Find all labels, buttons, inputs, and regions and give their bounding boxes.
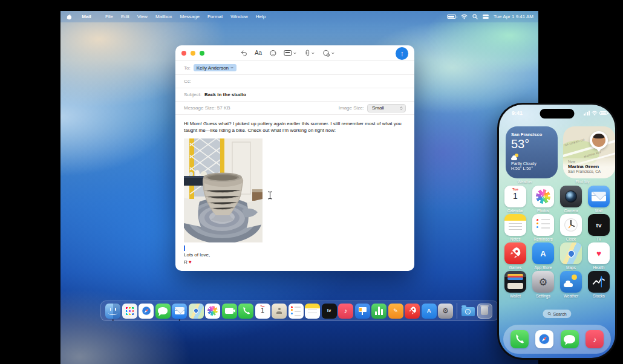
home-search-pill[interactable]: Search [543,310,571,318]
minimize-button[interactable] [191,51,195,56]
search-icon[interactable] [472,14,478,19]
signature-initial: R [184,259,188,265]
dock-contacts-icon[interactable] [272,304,287,319]
app-camera[interactable]: Camera [560,186,582,213]
dock-photos-icon[interactable] [205,304,220,319]
format-button[interactable]: Aa [255,50,262,56]
dock-settings-icon[interactable]: ⚙ [438,304,453,319]
app-wallet[interactable]: Wallet [504,271,526,298]
menu-item-view[interactable]: View [137,14,148,19]
dock-keynote-icon[interactable] [355,304,370,319]
control-center-icon[interactable] [483,15,489,19]
emoji-button[interactable] [270,50,276,56]
app-label: Photos [537,209,549,213]
menu-item-mailbox[interactable]: Mailbox [155,14,172,19]
menu-item-help[interactable]: Help [256,14,266,19]
dock-messages-icon[interactable] [155,304,171,319]
app-tv[interactable]: tvTV [588,214,610,241]
apple-menu-icon[interactable] [67,14,72,20]
menu-item-edit[interactable]: Edit [121,14,129,19]
app-stocks[interactable]: Stocks [588,271,610,298]
settings-app-icon[interactable]: ⚙ [532,271,554,293]
window-titlebar[interactable]: Aa [175,45,414,61]
app-reminders[interactable]: Reminders [532,214,554,241]
subject-field[interactable]: Subject: Back in the studio [175,88,414,102]
health-app-icon[interactable]: ♥ [588,242,610,264]
wifi-icon[interactable] [461,14,468,19]
dock-safari-icon[interactable] [139,304,154,319]
calendar-app-icon[interactable]: Tue1 [504,186,526,207]
recipient-pill[interactable]: Kelly Anderson [194,64,236,71]
app-calendar[interactable]: Tue1Calendar [504,186,526,213]
app-weatherapp[interactable]: Weather [560,271,582,298]
weatherapp-app-icon[interactable] [560,271,582,293]
clock-app-icon[interactable] [560,214,582,236]
dock-appstore-icon[interactable]: A [422,304,437,319]
photos-app-icon[interactable] [532,186,554,207]
menu-item-message[interactable]: Message [180,14,199,19]
appstore-app-icon[interactable]: A [532,242,554,264]
mail-app-icon[interactable] [588,186,610,207]
dock-music-icon[interactable]: ♪ [338,304,353,319]
dock-numbers-icon[interactable] [371,304,387,319]
app-notes[interactable]: Notes [504,214,526,241]
notes-app-icon[interactable] [504,214,526,236]
battery-icon[interactable] [447,15,456,19]
dock-calendar-icon[interactable]: Tue1 [255,304,270,319]
iphone-dock-safari-icon[interactable] [535,330,553,348]
iphone-dock-messages-icon[interactable] [561,330,579,348]
stocks-app-icon[interactable] [588,271,610,293]
maps-app-icon[interactable] [560,242,582,264]
app-settings[interactable]: ⚙Settings [532,271,554,298]
dock-facetime-icon[interactable] [222,304,237,319]
attach-button[interactable] [304,50,315,57]
dock-notes-icon[interactable] [305,304,320,319]
cellular-signal-icon [584,111,590,115]
menu-item-format[interactable]: Format [207,14,223,19]
menu-item-window[interactable]: Window [230,14,247,19]
reminders-app-icon[interactable] [532,214,554,236]
message-body[interactable]: Hi Mom! Guess what? I picked up pottery … [175,115,414,265]
app-label: TV [596,237,601,241]
tv-app-icon[interactable]: tv [588,214,610,236]
find-my-subtitle: San Francisco, CA [568,169,610,174]
header-style-button[interactable] [284,50,296,56]
dock-downloads-icon[interactable]: ↓ [460,304,475,319]
app-appstore[interactable]: AApp Store [532,242,554,270]
app-clock[interactable]: Clock [560,214,582,241]
app-label: Reminders [533,237,552,241]
dock-reminders-icon[interactable] [289,304,304,319]
camera-app-icon[interactable] [560,186,582,207]
app-games[interactable]: Games [504,242,526,270]
dock-phone-icon[interactable] [238,304,253,319]
games-app-icon[interactable] [504,242,526,264]
undo-button[interactable] [240,50,247,56]
send-button[interactable]: ↑ [396,47,408,60]
attached-pottery-photo[interactable] [184,138,263,242]
insert-photo-button[interactable] [322,50,334,57]
app-mail[interactable]: Mail [588,186,610,213]
app-health[interactable]: ♥Health [588,242,610,270]
cc-field[interactable]: Cc: [175,75,414,88]
menu-item-mail[interactable]: Mail [76,14,97,19]
find-my-widget[interactable]: NA GREEN DR MARINA BLV Now Marina Green … [563,126,615,178]
image-size-select[interactable]: Small [367,104,406,112]
dock-maps-icon[interactable] [189,304,204,319]
wallet-app-icon[interactable] [504,271,526,293]
menu-item-file[interactable]: File [105,14,113,19]
app-maps[interactable]: Maps [560,242,582,270]
dock-games-icon[interactable] [405,304,420,319]
dock-finder-icon[interactable] [105,304,120,319]
close-button[interactable] [181,51,186,56]
iphone-dock-music-icon[interactable]: ♪ [585,330,604,348]
dock-pages-icon[interactable]: ✎ [388,304,403,319]
weather-widget[interactable]: San Francisco 53° Partly Cloudy H:56° L:… [506,126,558,178]
iphone-dock-phone-icon[interactable] [510,330,529,348]
dock-mail-icon[interactable] [172,304,187,319]
dock-launchpad-icon[interactable] [122,304,137,319]
dock-tv-icon[interactable]: tv [322,304,337,319]
menu-bar-clock[interactable]: Tue Apr 1 9:41 AM [494,14,533,19]
zoom-button[interactable] [200,51,204,56]
app-photos[interactable]: Photos [532,186,554,213]
dock-trash-icon[interactable] [477,304,492,319]
